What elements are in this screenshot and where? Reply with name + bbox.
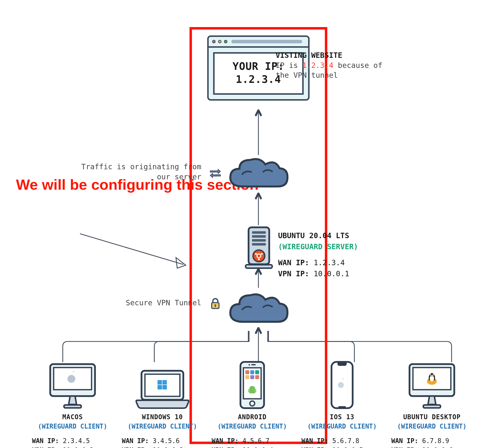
vpn-ip: 10.0.0.2 <box>63 447 93 448</box>
client-sub: (WIREGUARD CLIENT) <box>302 422 383 431</box>
client-title: MACOS <box>32 412 113 422</box>
wan-label: WAN IP: <box>302 437 328 445</box>
wan-ip: 6.7.8.9 <box>422 437 449 445</box>
svg-point-49 <box>431 375 431 376</box>
svg-rect-7 <box>252 243 266 246</box>
svg-rect-22 <box>158 380 162 385</box>
client-sub: (WIREGUARD CLIENT) <box>212 422 293 431</box>
client-windows: WINDOWS 10 (WIREGUARD CLIENT) WAN IP: 3.… <box>122 360 203 448</box>
traffic-text: Traffic is originating from our server <box>81 162 201 181</box>
wan-label: WAN IP: <box>391 437 418 445</box>
svg-rect-5 <box>252 235 266 238</box>
server-title: UBUNTU 20.04 LTS <box>278 230 414 241</box>
visiting-title: VISTING WEBSITE <box>276 51 428 60</box>
svg-rect-23 <box>162 380 167 385</box>
client-macos: MACOS (WIREGUARD CLIENT) WAN IP: 2.3.4.5… <box>32 360 113 448</box>
wan-label: WAN IP: <box>32 437 59 445</box>
traffic-light-red-icon <box>212 40 216 43</box>
svg-rect-29 <box>251 364 256 365</box>
traffic-origin-label: Traffic is originating from our server <box>78 162 201 182</box>
secure-tunnel-label: Secure VPN Tunnel <box>78 298 201 307</box>
client-android: ANDROID (WIREGUARD CLIENT) WAN IP: 4.5.6… <box>212 360 293 448</box>
wan-ip: 5.6.7.8 <box>332 437 359 445</box>
client-ubuntu: UBUNTU DESKTOP (WIREGUARD CLIENT) WAN IP… <box>391 360 472 448</box>
android-phone-icon <box>237 360 267 410</box>
client-sub: (WIREGUARD CLIENT) <box>32 422 113 431</box>
vpn-ip: 10.0.0.4 <box>242 447 273 448</box>
svg-rect-31 <box>250 370 254 374</box>
svg-rect-35 <box>255 375 259 379</box>
svg-rect-41 <box>337 362 347 366</box>
svg-rect-25 <box>162 385 167 390</box>
server-vpn-label: VPN IP: <box>278 269 309 278</box>
svg-rect-32 <box>255 370 259 374</box>
visiting-prefix: IP is <box>276 61 302 70</box>
svg-rect-6 <box>252 239 266 242</box>
svg-rect-37 <box>248 389 249 392</box>
desktop-linux-icon <box>406 362 458 410</box>
vpn-label: VPN IP: <box>32 447 59 448</box>
lock-icon <box>210 298 220 309</box>
vpn-cloud-icon <box>226 290 290 329</box>
svg-rect-38 <box>255 389 256 392</box>
svg-point-10 <box>255 253 257 255</box>
client-title: WINDOWS 10 <box>122 412 203 422</box>
traffic-light-yellow-icon <box>218 40 221 43</box>
tunnel-text: Secure VPN Tunnel <box>126 298 201 307</box>
client-sub: (WIREGUARD CLIENT) <box>391 422 472 431</box>
visiting-ip: 1.2.3.4 <box>302 61 333 70</box>
client-sub: (WIREGUARD CLIENT) <box>122 422 203 431</box>
svg-point-28 <box>249 364 250 366</box>
svg-rect-42 <box>338 406 346 407</box>
svg-rect-4 <box>252 231 266 234</box>
server-wan-ip: 1.2.3.4 <box>314 258 345 267</box>
wan-ip: 4.5.6.7 <box>242 437 270 445</box>
vpn-ip: 10.0.0.6 <box>422 447 453 448</box>
client-title: UBUNTU DESKTOP <box>391 412 472 422</box>
svg-rect-51 <box>423 405 441 408</box>
server-icon <box>243 226 275 269</box>
clients-row: MACOS (WIREGUARD CLIENT) WAN IP: 2.3.4.5… <box>32 360 472 448</box>
vpn-ip: 10.0.0.5 <box>332 447 363 448</box>
traffic-light-green-icon <box>224 40 227 43</box>
imac-icon <box>47 362 98 410</box>
server-vpn-ip: 10.0.0.1 <box>314 269 349 278</box>
vpn-label: VPN IP: <box>212 447 239 448</box>
visiting-website-label: VISTING WEBSITE IP is 1.2.3.4 because of… <box>276 51 428 80</box>
bidirectional-arrow-icon <box>209 167 221 179</box>
svg-point-11 <box>261 253 263 255</box>
svg-rect-30 <box>245 370 249 374</box>
svg-point-12 <box>258 259 260 260</box>
server-wan-label: WAN IP: <box>278 258 309 267</box>
vpn-label: VPN IP: <box>391 447 418 448</box>
client-title: IOS 13 <box>302 412 383 422</box>
wan-label: WAN IP: <box>212 437 239 445</box>
laptop-icon <box>134 368 191 410</box>
wan-ip: 3.4.5.6 <box>153 437 180 445</box>
svg-rect-19 <box>64 405 81 408</box>
server-sub: (WIREGUARD SERVER) <box>278 241 414 252</box>
svg-rect-33 <box>245 375 249 379</box>
wan-label: WAN IP: <box>122 437 149 445</box>
svg-rect-24 <box>158 385 162 390</box>
iphone-icon <box>328 360 356 410</box>
vpn-ip: 10.0.0.3 <box>153 447 183 448</box>
svg-rect-13 <box>246 265 272 268</box>
vpn-label: VPN IP: <box>302 447 328 448</box>
svg-point-50 <box>433 375 434 376</box>
wan-ip: 2.3.4.5 <box>63 437 90 445</box>
svg-rect-16 <box>215 305 216 307</box>
address-bar-icon <box>231 40 302 43</box>
svg-rect-36 <box>249 389 255 393</box>
browser-titlebar <box>209 37 308 48</box>
client-title: ANDROID <box>212 412 293 422</box>
svg-rect-34 <box>250 375 254 379</box>
vpn-label: VPN IP: <box>122 447 149 448</box>
server-label: UBUNTU 20.04 LTS (WIREGUARD SERVER) WAN … <box>278 230 414 279</box>
client-ios: IOS 13 (WIREGUARD CLIENT) WAN IP: 5.6.7.… <box>302 360 383 448</box>
internet-cloud-icon <box>226 155 290 194</box>
